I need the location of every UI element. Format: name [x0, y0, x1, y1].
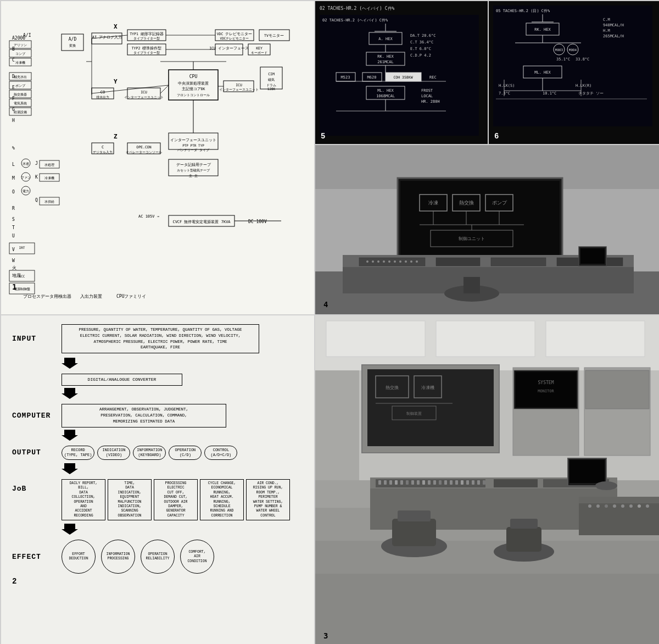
svg-text:オペレーターコンソール: オペレーターコンソール — [126, 150, 162, 154]
svg-text:265MCAL/H: 265MCAL/H — [603, 34, 624, 38]
svg-point-303 — [613, 504, 616, 508]
svg-point-307 — [646, 504, 649, 508]
computer-box: ARRANGEMENT, OBSERVATION, JUDGEMENT, PRE… — [62, 404, 226, 427]
svg-text:冷凍: 冷凍 — [428, 200, 438, 206]
svg-text:ICU: ICU — [141, 90, 147, 95]
svg-marker-239 — [62, 430, 78, 441]
svg-text:A/I: A/I — [23, 33, 31, 38]
svg-rect-292 — [472, 480, 474, 485]
svg-rect-283 — [422, 480, 425, 485]
svg-text:MONITOR: MONITOR — [538, 389, 554, 393]
svg-text:A. HEX: A. HEX — [378, 37, 393, 41]
svg-text:VDC テレビモニター: VDC テレビモニター — [217, 32, 253, 36]
input-row: INPUT PRESSURE, QUANTITY OF WATER, TEMPE… — [12, 324, 303, 353]
svg-marker-238 — [62, 388, 78, 399]
computer-row: COMPUTER ARRANGEMENT, OBSERVATION, JUDGE… — [12, 404, 303, 427]
svg-text:C.T  36.4°C: C.T 36.4°C — [410, 40, 433, 45]
svg-rect-299 — [579, 497, 659, 503]
svg-text:カセット型磁気テープ: カセット型磁気テープ — [177, 168, 210, 172]
svg-rect-286 — [439, 480, 442, 485]
svg-point-297 — [595, 481, 617, 490]
svg-text:ICU インターフェース: ICU インターフェース — [209, 46, 249, 51]
svg-rect-289 — [455, 480, 458, 485]
svg-text:インターフェースユニット: インターフェースユニット — [170, 138, 216, 142]
svg-text:変換: 変換 — [69, 43, 76, 47]
effect-comfort: COMFORT,AIRCONDITION — [180, 540, 214, 574]
panel5-title: 02 TACHES-HR.2 (ヘイバイ) C件% — [320, 5, 483, 12]
svg-text:冷凍機: 冷凍機 — [44, 176, 54, 180]
svg-text:ポンプ: ポンプ — [15, 84, 26, 87]
svg-text:ICU: ICU — [236, 83, 242, 87]
svg-text:TYP1 細形字記録器: TYP1 細形字記録器 — [130, 32, 164, 36]
svg-rect-313 — [510, 519, 538, 529]
svg-rect-285 — [433, 480, 436, 485]
svg-rect-269 — [315, 574, 659, 644]
svg-text:1: 1 — [12, 282, 16, 291]
svg-text:ML. HEX: ML. HEX — [534, 70, 551, 75]
panel5-diagram: 02 TACHES-HR.2 (ヘイバイ) C件% A. HEX DA.T 20… — [320, 15, 479, 136]
svg-rect-275 — [378, 480, 381, 485]
system-diagram: A2000 B C A/I アリソン コンプ 冷凍機 D E F G H 補 — [7, 7, 309, 309]
svg-text:H.M: H.M — [603, 29, 610, 33]
svg-text:制御装置: 制御装置 — [406, 412, 422, 416]
svg-rect-287 — [444, 480, 447, 485]
svg-text:ポンプ: ポンプ — [492, 200, 507, 206]
output-operation: OPERATION(C/D) — [169, 446, 202, 460]
svg-rect-268 — [315, 541, 659, 574]
job-box-1: DAILY REPORT,BILL,DATACOLLECTION,OPERATI… — [62, 479, 105, 521]
svg-rect-220 — [491, 258, 546, 266]
panels-5-6: 02 TACHES-HR.2 (ヘイバイ) C件% 02 TACHES-HR.2… — [315, 1, 659, 144]
svg-text:パンチリーダ タイプ: パンチリーダ タイプ — [177, 148, 210, 152]
svg-text:COH 358KW: COH 358KW — [393, 75, 412, 80]
svg-text:M: M — [12, 176, 15, 181]
panel-5: 02 TACHES-HR.2 (ヘイバイ) C件% 02 TACHES-HR.2… — [315, 1, 488, 144]
svg-text:Z: Z — [114, 133, 118, 140]
svg-rect-278 — [395, 480, 398, 485]
svg-text:02 TACHES-HR.2 (ヘイバイ)  C件%: 02 TACHES-HR.2 (ヘイバイ) C件% — [322, 18, 388, 23]
svg-text:O: O — [12, 190, 15, 195]
arrow3 — [62, 430, 303, 443]
svg-text:給湯設備: 給湯設備 — [13, 110, 27, 114]
svg-text:排水出力: 排水出力 — [96, 95, 109, 99]
svg-rect-246 — [546, 321, 645, 357]
svg-text:プロセスデータ用検出器　　入出力装置: プロセスデータ用検出器 入出力装置 — [23, 294, 102, 299]
svg-text:熱交換器: 熱交換器 — [14, 92, 27, 96]
svg-text:CPU: CPU — [189, 74, 198, 79]
svg-rect-291 — [466, 480, 469, 485]
output-row: OUTPUT RECORD(TYPE, TAPE) INDICATION(VID… — [12, 446, 303, 460]
svg-text:H.LK(S): H.LK(S) — [499, 84, 515, 88]
effect-effort: EFFORTDEDUCTION — [62, 540, 96, 574]
svg-text:H: H — [12, 118, 15, 123]
svg-text:S: S — [12, 217, 15, 222]
svg-text:35.1°C: 35.1°C — [556, 57, 570, 62]
svg-point-304 — [621, 504, 624, 508]
svg-text:電気系統: 電気系統 — [14, 101, 27, 105]
svg-text:E: E — [12, 85, 15, 90]
svg-point-300 — [588, 504, 591, 508]
svg-text:REC: REC — [429, 75, 437, 80]
svg-text:RK. HEX: RK. HEX — [534, 27, 551, 32]
converter-row: DIGITAL/ANALOGUE CONVERTER — [12, 374, 303, 386]
svg-text:タイプライター型: タイプライター型 — [133, 36, 160, 40]
panel3-photo: 熱交換 冷凍機 制御装置 SYSTEM MONITOR — [315, 315, 659, 644]
svg-text:05 TACHES-HR.2 (目)  C件%: 05 TACHES-HR.2 (目) C件% — [496, 9, 550, 13]
panel-1: A2000 B C A/I アリソン コンプ 冷凍機 D E F G H 補 — [1, 1, 314, 314]
svg-marker-240 — [62, 463, 78, 474]
svg-text:データ記録用テープ: データ記録用テープ — [176, 163, 211, 167]
svg-text:X: X — [114, 23, 118, 30]
arrow5 — [62, 524, 303, 537]
block-diagram: INPUT PRESSURE, QUANTITY OF WATER, TEMPE… — [12, 324, 303, 637]
svg-point-227 — [394, 260, 396, 263]
svg-text:磁気: 磁気 — [267, 77, 275, 81]
svg-text:電力: 電力 — [23, 189, 29, 193]
panel-3: 熱交換 冷凍機 制御装置 SYSTEM MONITOR — [315, 315, 659, 644]
job-label: JoB — [12, 479, 62, 493]
svg-rect-288 — [450, 480, 453, 485]
svg-point-222 — [366, 260, 368, 263]
panel6-diagram: 05 TACHES-HR.2 (目) C件% C.M 940MCAL/H H.M… — [493, 5, 652, 126]
svg-text:F: F — [12, 96, 15, 101]
svg-point-305 — [629, 504, 633, 508]
svg-text:VDCテレビモニター: VDCテレビモニター — [220, 36, 249, 40]
svg-text:水道: 水道 — [23, 162, 29, 165]
svg-point-302 — [605, 504, 608, 508]
